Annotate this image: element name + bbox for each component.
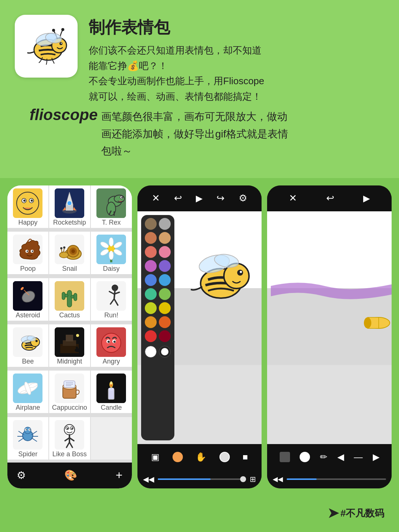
svg-point-12: [31, 200, 33, 202]
frame-icon[interactable]: ▣: [151, 452, 160, 462]
sticker-daisy[interactable]: Daisy: [91, 232, 132, 274]
like-a-boss-thumbnail: [55, 420, 84, 450]
redo-icon[interactable]: ↪: [216, 192, 225, 204]
svg-rect-57: [62, 292, 65, 300]
svg-point-128: [240, 271, 242, 273]
gear-icon[interactable]: ⚙: [17, 469, 26, 481]
poop-label: Poop: [20, 265, 35, 273]
frames-icon[interactable]: ⊞: [250, 475, 256, 484]
color-teal[interactable]: [145, 288, 157, 300]
phone1-content: Happy Rocketship: [7, 185, 132, 488]
sticker-spider[interactable]: Spider: [7, 417, 48, 460]
app-icon: [15, 15, 78, 78]
close-icon-p3[interactable]: ✕: [289, 192, 297, 204]
hand-icon[interactable]: ✋: [195, 452, 207, 462]
svg-point-133: [364, 317, 371, 328]
prev-frame-icon[interactable]: ◀◀: [143, 475, 154, 484]
color-amber[interactable]: [145, 316, 157, 328]
sticker-candle[interactable]: Candle: [91, 371, 132, 413]
next-icon-p3[interactable]: ▶: [373, 452, 379, 462]
color-brown[interactable]: [145, 218, 157, 230]
pen-icon-p3[interactable]: ✏: [320, 452, 327, 462]
phone3-canvas[interactable]: [267, 211, 392, 444]
bee-label: Bee: [22, 358, 34, 365]
sticker-rocketship[interactable]: Rocketship: [49, 185, 90, 228]
color-white[interactable]: [145, 346, 157, 358]
sticker-airplane[interactable]: Airplane: [7, 371, 48, 413]
svg-point-25: [121, 197, 123, 198]
color-blue2[interactable]: [159, 274, 171, 286]
svg-line-62: [109, 291, 114, 294]
timeline-progress: [158, 478, 211, 480]
play-icon[interactable]: ▶: [196, 193, 202, 204]
timeline-progress-p3: [287, 478, 317, 480]
timeline-track[interactable]: [158, 478, 246, 480]
color-circle-icon[interactable]: [173, 452, 183, 462]
color-tan[interactable]: [159, 232, 171, 244]
sticker-like-a-boss[interactable]: Like a Boss: [49, 417, 90, 460]
rocketship-thumbnail: [55, 188, 84, 218]
phone2-top-bar: ✕ ↩ ▶ ↪ ⚙: [137, 185, 262, 211]
undo-icon[interactable]: ↩: [174, 192, 182, 204]
trex-thumbnail: [96, 188, 126, 218]
color-pink[interactable]: [159, 246, 171, 258]
brand-name: flioscope: [30, 106, 98, 124]
sticker-trex[interactable]: T. Rex: [91, 185, 132, 228]
svg-point-44: [109, 238, 113, 246]
sticker-happy[interactable]: Happy: [7, 185, 48, 228]
desc-line2: 能靠它挣💰吧？！: [89, 60, 168, 71]
dash-icon-p3[interactable]: —: [354, 452, 363, 462]
settings-icon[interactable]: ⚙: [239, 192, 247, 204]
watermark-text: #不凡数码: [341, 507, 384, 520]
layers-icon[interactable]: 🎨: [64, 469, 77, 481]
color-lime[interactable]: [145, 302, 157, 314]
watermark: ➤ #不凡数码: [328, 505, 384, 521]
undo-icon-p3[interactable]: ↩: [326, 192, 334, 204]
timeline-track-p3[interactable]: [287, 478, 386, 480]
sticker-snail[interactable]: Snail: [49, 232, 90, 274]
app-title: 制作表情包: [89, 17, 384, 38]
sticker-bee[interactable]: Bee: [7, 324, 48, 367]
sticker-angry[interactable]: Angry: [91, 324, 132, 367]
svg-line-114: [31, 438, 37, 441]
phone-sticker-list: Happy Rocketship: [7, 185, 132, 488]
color-salmon[interactable]: [145, 246, 157, 258]
drawing-canvas[interactable]: [137, 211, 262, 444]
color-orange-brown[interactable]: [145, 232, 157, 244]
prev-icon-p3[interactable]: ◀: [337, 452, 344, 462]
svg-rect-16: [66, 205, 73, 211]
layers-icon-p3[interactable]: [280, 452, 290, 462]
svg-point-30: [27, 250, 28, 252]
sticker-cactus[interactable]: Cactus: [49, 278, 90, 321]
color-darkred[interactable]: [159, 330, 171, 342]
color-yellow[interactable]: [159, 302, 171, 314]
color-red[interactable]: [145, 330, 157, 342]
sticker-midnight[interactable]: Midnight: [49, 324, 90, 367]
stop-icon[interactable]: ■: [242, 452, 248, 462]
svg-point-75: [76, 334, 79, 337]
color-blue1[interactable]: [145, 274, 157, 286]
sticker-asteroid[interactable]: Asteroid: [7, 278, 48, 321]
circle-icon[interactable]: [219, 452, 230, 462]
play-icon-p3[interactable]: ▶: [363, 193, 370, 204]
color-black[interactable]: [159, 346, 171, 358]
close-icon[interactable]: ✕: [152, 192, 160, 204]
angry-label: Angry: [103, 358, 120, 365]
color-purple1[interactable]: [145, 260, 157, 272]
svg-point-11: [23, 200, 25, 202]
color-orange[interactable]: [159, 316, 171, 328]
svg-point-4: [52, 29, 55, 32]
color-green[interactable]: [159, 288, 171, 300]
svg-point-76: [75, 348, 81, 352]
color-gray1[interactable]: [159, 218, 171, 230]
sticker-poop[interactable]: Poop: [7, 232, 48, 274]
sticker-run[interactable]: Run!: [91, 278, 132, 321]
add-icon[interactable]: +: [116, 468, 123, 482]
white-circle-p3[interactable]: [300, 452, 310, 462]
color-purple2[interactable]: [159, 260, 171, 272]
sticker-cappuccino[interactable]: Cappuccino: [49, 371, 90, 413]
svg-line-123: [66, 442, 69, 447]
app-header: 制作表情包 你们该不会还只知道用表情包，却不知道 能靠它挣💰吧？！ 不会专业动画…: [15, 15, 384, 104]
empty-cell: [91, 417, 132, 460]
rewind-icon-p3[interactable]: ◀◀: [273, 475, 283, 483]
